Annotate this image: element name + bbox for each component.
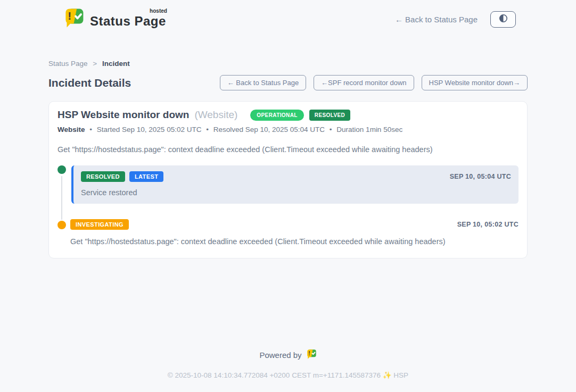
page-footer: Powered by ! © 2025-10-08 14:10:34.77208… — [0, 349, 576, 392]
powered-by-link[interactable]: Powered by ! — [0, 349, 576, 361]
meta-started: Started Sep 10, 2025 05:02 UTC — [97, 126, 202, 134]
incident-description: Get "https://hostedstatus.page": context… — [57, 145, 519, 154]
copyright-text: © 2025-10-08 14:10:34.772084 +0200 CEST … — [0, 371, 576, 379]
breadcrumb-status-page[interactable]: Status Page — [48, 60, 88, 68]
timeline-connector-line — [61, 176, 62, 220]
incident-meta: Website • Started Sep 10, 2025 05:02 UTC… — [57, 126, 519, 134]
back-to-status-page-button[interactable]: ← Back to Status Page — [220, 75, 306, 90]
page-header: ! Status Page hosted ← Back to Status Pa… — [0, 0, 576, 31]
status-page-logo-icon-small: ! — [306, 349, 317, 361]
timeline-dot-investigating — [57, 221, 66, 229]
resolved-state-badge: RESOLVED — [309, 110, 350, 121]
timeline-entry-resolved: RESOLVED LATEST SEP 10, 05:04 UTC Servic… — [57, 165, 519, 204]
breadcrumb: Status Page > Incident — [48, 60, 528, 68]
entry-latest-badge: LATEST — [129, 171, 163, 182]
powered-by-label: Powered by — [259, 351, 301, 360]
entry-message: Service restored — [81, 188, 511, 197]
entry-timestamp: SEP 10, 05:04 UTC — [450, 173, 511, 180]
svg-text:!: ! — [308, 351, 310, 356]
brand-superscript: hosted — [150, 8, 167, 14]
timeline-entry-investigating: INVESTIGATING SEP 10, 05:02 UTC Get "htt… — [57, 219, 519, 246]
svg-text:!: ! — [68, 10, 71, 22]
operational-status-badge: OPERATIONAL — [250, 110, 303, 121]
entry-investigating-badge: INVESTIGATING — [70, 219, 129, 230]
meta-component: Website — [57, 126, 85, 134]
next-incident-button[interactable]: HSP Website monitor down→ — [422, 75, 528, 90]
incident-title: HSP Website monitor down — [57, 109, 189, 121]
breadcrumb-separator: > — [93, 60, 97, 68]
meta-resolved: Resolved Sep 10, 2025 05:04 UTC — [213, 126, 325, 134]
contrast-icon — [498, 13, 508, 25]
incident-nav-buttons: ← Back to Status Page ←SPF record monito… — [220, 75, 528, 90]
brand-logo[interactable]: ! Status Page hosted — [63, 7, 166, 31]
incident-card: HSP Website monitor down (Website) OPERA… — [48, 101, 528, 258]
status-page-logo-icon: ! — [63, 7, 85, 31]
breadcrumb-incident: Incident — [102, 60, 130, 68]
header-back-link[interactable]: ← Back to Status Page — [395, 15, 478, 24]
timeline-dot-resolved — [57, 165, 66, 174]
brand-name: Status Page — [90, 14, 166, 28]
incident-timeline: RESOLVED LATEST SEP 10, 05:04 UTC Servic… — [57, 165, 519, 246]
meta-duration: Duration 1min 50sec — [336, 126, 402, 134]
theme-toggle-button[interactable] — [490, 11, 516, 28]
prev-incident-button[interactable]: ←SPF record monitor down — [314, 75, 414, 90]
incident-component: (Website) — [194, 109, 237, 121]
entry-timestamp: SEP 10, 05:02 UTC — [457, 221, 519, 228]
page-title: Incident Details — [48, 77, 131, 89]
entry-resolved-badge: RESOLVED — [81, 171, 125, 182]
entry-message: Get "https://hostedstatus.page": context… — [70, 237, 519, 246]
